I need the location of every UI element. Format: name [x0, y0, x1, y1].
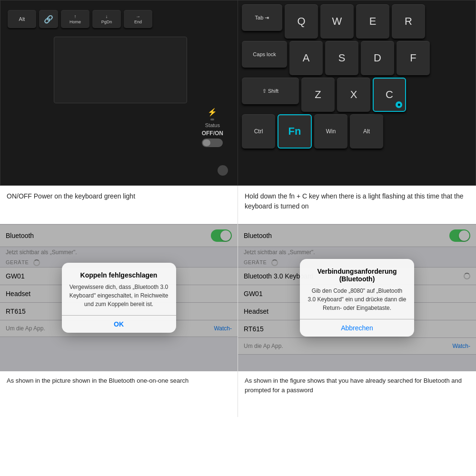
- status-label: Status: [205, 122, 220, 128]
- tab-key[interactable]: Tab ⇥: [242, 4, 282, 31]
- caption-left-text: ON/OFF Power on the keyboard green light: [7, 192, 135, 200]
- dialog-overlay-right: Verbindungsanforderung (Bluetooth) Gib d…: [238, 224, 476, 371]
- pgdn-key[interactable]: ↓ PgDn: [92, 10, 121, 28]
- offon-label: OFF/ON: [202, 130, 223, 137]
- bluetooth-dot: ✱: [396, 101, 402, 108]
- z-key[interactable]: Z: [301, 78, 335, 112]
- home-key[interactable]: ↑ Home: [61, 10, 89, 28]
- dialog-overlay-left: Koppeln fehlgeschlagen Vergewissere dich…: [0, 224, 238, 371]
- bottom-caption-left: As shown in the picture shown in the Blu…: [0, 371, 238, 417]
- status-area: ⚡ Status OFF/ON: [202, 108, 223, 147]
- a-key[interactable]: A: [289, 41, 323, 75]
- shift-key[interactable]: ⇧ Shift: [242, 78, 299, 104]
- dialog-title-right: Verbindungsanforderung (Bluetooth): [307, 268, 407, 283]
- end-key[interactable]: → End: [124, 10, 152, 28]
- pairing-request-dialog: Verbindungsanforderung (Bluetooth) Gib d…: [300, 259, 414, 337]
- status-led: [210, 119, 214, 120]
- bottom-caption-right-text: As shown in the figure shows that you ha…: [245, 377, 462, 394]
- screenshot-panel-right: Bluetooth Jetzt sichtbar als „Summer". G…: [238, 224, 476, 371]
- x-key[interactable]: X: [337, 78, 370, 112]
- kb-row-3: ⇧ Shift Z X C ✱: [242, 78, 472, 112]
- win-key[interactable]: Win: [314, 114, 347, 149]
- q-key[interactable]: Q: [285, 4, 318, 39]
- keyboard-photo-right: Tab ⇥ Q W E R Caps lock A S D F ⇧ Shift …: [238, 0, 476, 186]
- fn-lock-key[interactable]: 🔗: [39, 10, 58, 28]
- alt-key-right[interactable]: Alt: [350, 114, 383, 149]
- e-key[interactable]: E: [356, 4, 389, 39]
- caps-lock-key[interactable]: Caps lock: [242, 41, 287, 68]
- screenshot-panel-left: Bluetooth Jetzt sichtbar als „Summer". G…: [0, 224, 238, 371]
- caption-right-text: Hold down the fn + C key when there is a…: [245, 192, 464, 210]
- r-key[interactable]: R: [392, 4, 425, 39]
- caption-right: Hold down the fn + C key when there is a…: [238, 186, 476, 224]
- page-container: Alt 🔗 ↑ Home ↓ PgDn →: [0, 0, 476, 417]
- kb-row-1: Tab ⇥ Q W E R: [242, 4, 472, 39]
- dialog-cancel-button[interactable]: Abbrechen: [307, 319, 407, 337]
- dialog-body-left: Vergewissere dich, dass „Bluetooth 3.0 K…: [69, 283, 169, 308]
- trackpad[interactable]: [54, 37, 187, 103]
- kb-row-2: Caps lock A S D F: [242, 41, 472, 75]
- ctrl-key[interactable]: Ctrl: [242, 114, 275, 149]
- bottom-caption-left-text: As shown in the picture shown in the Blu…: [7, 377, 188, 384]
- power-switch[interactable]: [202, 139, 223, 147]
- c-key[interactable]: C ✱: [373, 78, 406, 112]
- fn-key[interactable]: Fn: [278, 114, 312, 149]
- round-button[interactable]: [218, 165, 228, 176]
- d-key[interactable]: D: [361, 41, 394, 75]
- pairing-failed-dialog: Koppeln fehlgeschlagen Vergewissere dich…: [62, 263, 176, 333]
- s-key[interactable]: S: [325, 41, 358, 75]
- keyboard-photo-left: Alt 🔗 ↑ Home ↓ PgDn →: [0, 0, 238, 186]
- w-key[interactable]: W: [320, 4, 354, 39]
- f-key[interactable]: F: [397, 41, 430, 75]
- caption-left: ON/OFF Power on the keyboard green light: [0, 186, 238, 224]
- bottom-caption-right: As shown in the figure shows that you ha…: [238, 371, 476, 417]
- dialog-title-left: Koppeln fehlgeschlagen: [69, 271, 169, 279]
- keyboard-top-row: Alt 🔗 ↑ Home ↓ PgDn →: [8, 10, 233, 28]
- lightning-icon: ⚡: [208, 108, 217, 117]
- alt-key[interactable]: Alt: [8, 10, 36, 28]
- dialog-ok-button[interactable]: OK: [69, 316, 169, 333]
- kb-row-4: Ctrl Fn Win Alt: [242, 114, 472, 149]
- dialog-body-right: Gib den Code „8080" auf „Bluetooth 3.0 K…: [307, 287, 407, 312]
